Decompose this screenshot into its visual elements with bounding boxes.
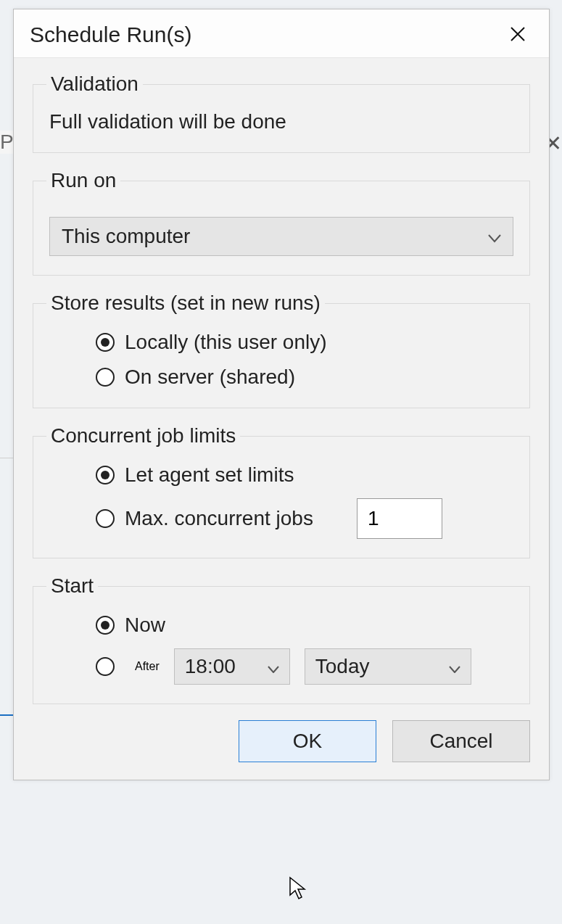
radio-icon [96, 509, 115, 528]
start-day-dropdown[interactable]: Today [305, 648, 471, 685]
start-after-label[interactable]: After [135, 660, 160, 673]
start-time-value: 18:00 [185, 655, 236, 678]
start-now-label: Now [125, 614, 165, 637]
chevron-down-icon [449, 655, 460, 678]
run-on-legend: Run on [46, 169, 120, 192]
run-on-dropdown[interactable]: This computer [49, 217, 513, 256]
background-divider [0, 458, 15, 458]
background-tab-fragment: P [0, 131, 14, 154]
start-time-dropdown[interactable]: 18:00 [174, 648, 290, 685]
concurrent-agent-label: Let agent set limits [125, 463, 294, 487]
concurrent-limits-legend: Concurrent job limits [46, 424, 240, 447]
concurrent-max-label: Max. concurrent jobs [125, 507, 313, 530]
store-results-group: Store results (set in new runs) Locally … [33, 292, 530, 408]
chevron-down-icon [488, 225, 501, 248]
concurrent-agent-row[interactable]: Let agent set limits [49, 463, 513, 487]
dialog-titlebar: Schedule Run(s) [14, 9, 549, 58]
schedule-runs-dialog: Schedule Run(s) Validation Full validati… [13, 9, 550, 780]
concurrent-limits-group: Concurrent job limits Let agent set limi… [33, 424, 530, 558]
store-results-local-row[interactable]: Locally (this user only) [49, 331, 513, 354]
radio-selected-icon [96, 616, 115, 635]
radio-selected-icon [96, 333, 115, 352]
validation-group: Validation Full validation will be done [33, 73, 530, 153]
radio-selected-icon [96, 466, 115, 484]
start-group: Start Now After 18:00 Today [33, 574, 530, 704]
start-legend: Start [46, 574, 98, 598]
store-results-server-row[interactable]: On server (shared) [49, 366, 513, 389]
run-on-group: Run on This computer [33, 169, 530, 276]
concurrent-max-row[interactable]: Max. concurrent jobs [49, 498, 513, 539]
store-results-local-label: Locally (this user only) [125, 331, 327, 354]
ok-button[interactable]: OK [239, 720, 376, 762]
close-icon[interactable] [503, 22, 533, 47]
dialog-content: Validation Full validation will be done … [14, 58, 549, 780]
radio-icon[interactable] [96, 657, 115, 676]
dialog-title: Schedule Run(s) [30, 22, 191, 47]
store-results-server-label: On server (shared) [125, 366, 295, 389]
concurrent-max-input[interactable] [357, 498, 442, 539]
chevron-down-icon [268, 655, 279, 678]
run-on-selected: This computer [62, 225, 190, 248]
cancel-button[interactable]: Cancel [392, 720, 530, 762]
store-results-legend: Store results (set in new runs) [46, 292, 325, 315]
dialog-button-row: OK Cancel [33, 720, 530, 762]
start-day-value: Today [315, 655, 370, 678]
validation-text: Full validation will be done [49, 109, 513, 133]
start-now-row[interactable]: Now [49, 614, 513, 637]
radio-icon [96, 368, 115, 387]
start-after-row: After 18:00 Today [49, 648, 513, 685]
validation-legend: Validation [46, 73, 143, 96]
background-active-tab-underline [0, 714, 15, 716]
cursor-icon [289, 876, 309, 904]
